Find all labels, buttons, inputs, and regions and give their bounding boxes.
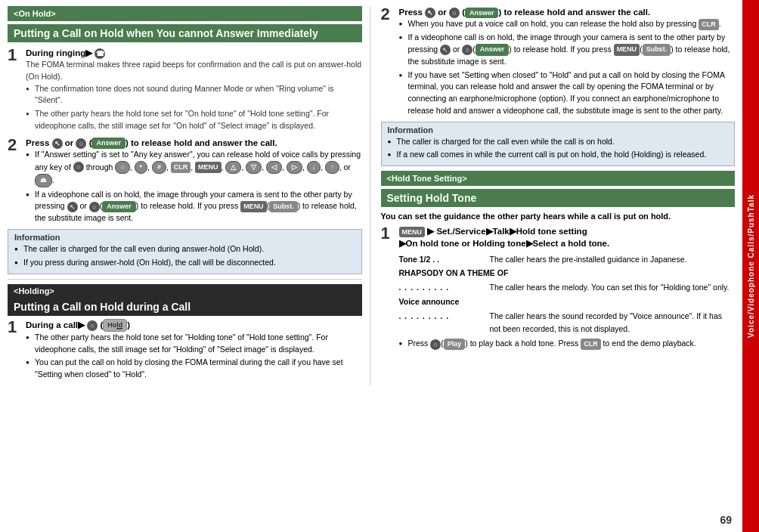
info-box-header: Information xyxy=(14,233,355,242)
tone-row-dots: . . . . . . . . . The caller hears the m… xyxy=(399,281,736,294)
step-num-ht1: 1 xyxy=(381,225,395,242)
step-h1-bullets: The other party hears the hold tone set … xyxy=(26,332,362,381)
info-box-list: The caller is charged for the call even … xyxy=(14,243,355,269)
info-box-list-r: The caller is charged for the call even … xyxy=(388,136,729,162)
info-box-right: Information The caller is charged for th… xyxy=(381,122,736,167)
left-column: <On Hold> Putting a Call on Hold when Yo… xyxy=(8,6,370,385)
tone-row-voice-dots: . . . . . . . . . The caller hears the s… xyxy=(399,310,736,336)
step-2r-label: Press ↖ or ○ (Answer) to release hold an… xyxy=(399,6,736,18)
rhapsody-label: RHAPSODY ON A THEME OF xyxy=(399,267,509,280)
info-item: The caller is charged for the call even … xyxy=(388,136,729,148)
holding-title: Putting a Call on Hold during a Call xyxy=(8,298,362,316)
tone-table: Tone 1/2 . . The caller hears the pre-in… xyxy=(399,253,736,336)
circle-key-r: ○ xyxy=(449,8,460,18)
step-ht1-label: MENU ▶ Set./Service▶Talk▶Hold tone setti… xyxy=(399,225,736,249)
step-ht1-content: MENU ▶ Set./Service▶Talk▶Hold tone setti… xyxy=(399,225,736,351)
step-1-onhold: 1 During ringing▶ ☎ The FOMA terminal ma… xyxy=(8,47,362,134)
step-1-bullets: The confirmation tone does not sound dur… xyxy=(26,83,362,132)
step-1-content: During ringing▶ ☎ The FOMA terminal make… xyxy=(26,47,362,134)
tone-row-rhapsody: RHAPSODY ON A THEME OF xyxy=(399,267,736,280)
step-2-bullets: If "Answer setting" is set to "Any key a… xyxy=(26,149,362,224)
info-item: If you press during answer-hold (On Hold… xyxy=(14,257,355,269)
step-h1-label: During a call▶ ○ (Hold) xyxy=(26,319,362,332)
step-1-body: The FOMA terminal makes three rapid beep… xyxy=(26,59,362,132)
bullet-item: If a videophone call is on hold, the ima… xyxy=(399,32,736,67)
voice-dots-desc: The caller hears the sound recorded by "… xyxy=(490,310,736,336)
phone-key: ☎ xyxy=(94,48,105,59)
step-2-content: Press ↖ or ○ (Answer) to release hold an… xyxy=(26,137,362,226)
send-key: ↖ xyxy=(52,138,63,149)
bullet-item: The other party hears the hold tone set … xyxy=(26,332,362,356)
section-divider xyxy=(8,279,362,280)
bullet-item: The confirmation tone does not sound dur… xyxy=(26,83,362,107)
hold-tone-subtitle: You can set the guidance the other party… xyxy=(381,212,736,221)
step-2-onhold-left: 2 Press ↖ or ○ (Answer) to release hold … xyxy=(8,137,362,226)
info-item: If a new call comes in while the current… xyxy=(388,149,729,161)
answer-key-r: Answer xyxy=(465,8,499,19)
step-num-1: 1 xyxy=(8,47,21,63)
on-hold-tag: <On Hold> xyxy=(8,6,362,21)
circle-key2: ○ xyxy=(87,320,98,331)
step-1-holding: 1 During a call▶ ○ (Hold) The other part… xyxy=(8,319,362,382)
sidebar-label: Voice/Videophone Calls/PushTalk xyxy=(747,194,755,338)
bullet-item: If you have set "Setting when closed" to… xyxy=(399,70,736,117)
hold-tone-tag: <Hold Tone Setting> xyxy=(381,171,736,186)
circle-key: ○ xyxy=(76,138,86,149)
bullet-item: When you have put a voice call on hold, … xyxy=(399,18,736,30)
step-1-label: During ringing▶ ☎ xyxy=(26,47,362,59)
holding-tag: <Holding> xyxy=(8,284,362,298)
step-num-2r: 2 xyxy=(381,6,395,23)
step-num-2: 2 xyxy=(8,137,21,153)
on-hold-section: <On Hold> Putting a Call on Hold when Yo… xyxy=(8,6,362,382)
voice-label: Voice announce xyxy=(399,295,460,308)
tone-row-1: Tone 1/2 . . The caller hears the pre-in… xyxy=(399,253,736,266)
right-sidebar: Voice/Videophone Calls/PushTalk xyxy=(742,0,759,532)
page-number: 69 xyxy=(720,514,732,526)
play-bullet: Press ○(Play) to play back a hold tone. … xyxy=(399,338,736,350)
step-2r-bullets: When you have put a voice call on hold, … xyxy=(399,18,736,116)
tone-label: Tone 1/2 . . xyxy=(399,253,490,266)
right-column: 2 Press ↖ or ○ (Answer) to release hold … xyxy=(378,6,736,385)
info-item: The caller is charged for the call even … xyxy=(14,243,355,255)
send-key-r: ↖ xyxy=(425,8,435,18)
holding-section: <Holding> Putting a Call on Hold during … xyxy=(8,284,362,382)
info-box-header-r: Information xyxy=(388,125,729,135)
hold-tone-section: <Hold Tone Setting> Setting Hold Tone Yo… xyxy=(381,171,736,351)
bullet-item: If "Answer setting" is set to "Any key a… xyxy=(26,149,362,187)
tone-desc: The caller hears the pre-installed guida… xyxy=(490,253,736,266)
hold-tone-title: Setting Hold Tone xyxy=(381,189,736,207)
answer-key: Answer xyxy=(91,138,125,149)
hold-key: Hold xyxy=(103,319,127,332)
step-h1-content: During a call▶ ○ (Hold) The other party … xyxy=(26,319,362,382)
voice-dots-label: . . . . . . . . . xyxy=(399,310,490,336)
bullet-item: You can put the call on hold by closing … xyxy=(26,357,362,381)
step-2-label: Press ↖ or ○ (Answer) to release hold an… xyxy=(26,137,362,149)
step-2-right: 2 Press ↖ or ○ (Answer) to release hold … xyxy=(381,6,736,119)
info-box-onhold: Information The caller is charged for th… xyxy=(8,229,362,274)
step-1-holdtone: 1 MENU ▶ Set./Service▶Talk▶Hold tone set… xyxy=(381,225,736,351)
bullet-item: The other party hears the hold tone set … xyxy=(26,108,362,132)
dots-desc: The caller hears the melody. You can set… xyxy=(490,281,736,294)
step-num-h1: 1 xyxy=(8,319,21,336)
menu-key: MENU xyxy=(399,227,426,238)
play-bullet-list: Press ○(Play) to play back a hold tone. … xyxy=(399,338,736,350)
tone-row-voice: Voice announce xyxy=(399,295,736,308)
on-hold-title: Putting a Call on Hold when You cannot A… xyxy=(8,24,362,42)
bullet-item: If a videophone call is on hold, the ima… xyxy=(26,189,362,224)
step-2r-content: Press ↖ or ○ (Answer) to release hold an… xyxy=(399,6,736,119)
dots-label: . . . . . . . . . xyxy=(399,281,490,294)
